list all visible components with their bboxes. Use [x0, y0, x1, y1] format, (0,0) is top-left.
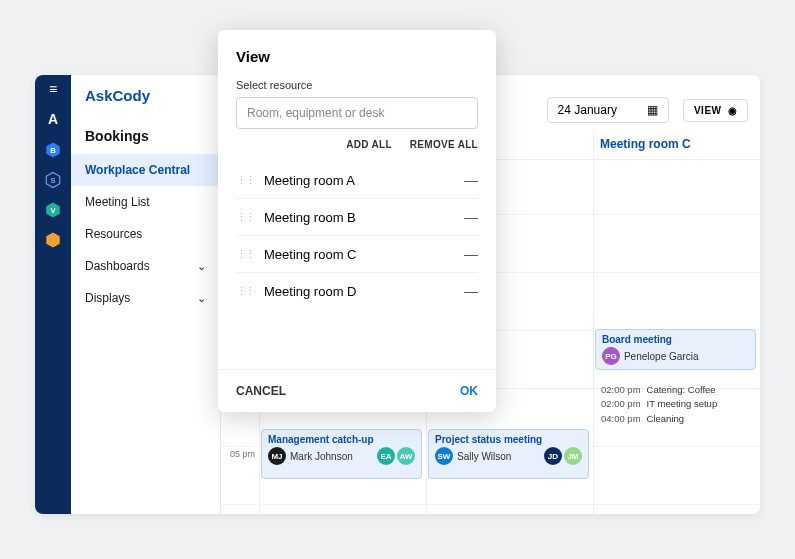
drag-handle-icon[interactable]: ⋮⋮ — [236, 285, 254, 298]
sidebar-item-meeting-list[interactable]: Meeting List — [71, 186, 220, 218]
resource-search-input[interactable]: Room, equipment or desk — [236, 97, 478, 129]
remove-item-button[interactable]: — — [464, 172, 478, 188]
avatar: SW — [435, 447, 453, 465]
svg-text:V: V — [50, 206, 55, 215]
service-label: Catering: Coffee — [647, 383, 716, 397]
resource-name: Meeting room D — [264, 284, 356, 299]
avatar: EA — [377, 447, 395, 465]
placeholder-text: Room, equipment or desk — [247, 106, 384, 120]
drag-handle-icon[interactable]: ⋮⋮ — [236, 174, 254, 187]
event-title: Board meeting — [602, 334, 749, 345]
view-modal: View Select resource Room, equipment or … — [218, 30, 496, 412]
avatar: AW — [397, 447, 415, 465]
service-time: 04:00 pm — [601, 412, 641, 426]
icon-rail: ≡ A B S V — [35, 75, 71, 514]
rail-services-icon[interactable]: S — [44, 171, 62, 189]
rail-other-icon[interactable] — [44, 231, 62, 249]
resource-list: ⋮⋮Meeting room A — ⋮⋮Meeting room B — ⋮⋮… — [218, 156, 496, 369]
list-item[interactable]: ⋮⋮Meeting room C — — [236, 236, 478, 273]
avatar: MJ — [268, 447, 286, 465]
event-project-status[interactable]: Project status meeting SW Sally Wilson J… — [428, 429, 589, 479]
svg-text:S: S — [50, 176, 55, 185]
event-organizer: Penelope Garcia — [624, 351, 699, 362]
sidebar-item-label: Resources — [85, 227, 142, 241]
section-title: Bookings — [71, 118, 220, 154]
list-item[interactable]: ⋮⋮Meeting room B — — [236, 199, 478, 236]
service-time: 02:00 pm — [601, 397, 641, 411]
list-item[interactable]: ⋮⋮Meeting room D — — [236, 273, 478, 309]
sidebar-item-label: Meeting List — [85, 195, 150, 209]
brand-label: AskCody — [71, 83, 220, 118]
event-management-catchup[interactable]: Management catch-up MJ Mark Johnson EA A… — [261, 429, 422, 479]
sidebar-item-dashboards[interactable]: Dashboards⌄ — [71, 250, 220, 282]
app-logo-icon[interactable]: A — [43, 109, 63, 129]
add-all-button[interactable]: ADD ALL — [346, 139, 392, 150]
date-label: 24 January — [558, 103, 617, 117]
sidebar-item-label: Workplace Central — [85, 163, 190, 177]
eye-icon: ◉ — [728, 105, 738, 116]
remove-item-button[interactable]: — — [464, 246, 478, 262]
modal-title: View — [218, 48, 496, 79]
remove-item-button[interactable]: — — [464, 209, 478, 225]
sidebar: AskCody Bookings Workplace Central Meeti… — [71, 75, 221, 514]
svg-marker-6 — [46, 233, 60, 248]
view-button[interactable]: VIEW ◉ — [683, 99, 748, 122]
view-button-label: VIEW — [694, 105, 722, 116]
cancel-button[interactable]: CANCEL — [236, 384, 286, 398]
event-organizer: Sally Wilson — [457, 451, 511, 462]
topbar: 24 January ▦ VIEW ◉ — [547, 97, 748, 123]
service-label: IT meeting setup — [647, 397, 718, 411]
event-title: Project status meeting — [435, 434, 582, 445]
rail-bookings-icon[interactable]: B — [44, 141, 62, 159]
remove-item-button[interactable]: — — [464, 283, 478, 299]
date-picker[interactable]: 24 January ▦ — [547, 97, 669, 123]
calendar-icon: ▦ — [647, 103, 658, 117]
resource-name: Meeting room B — [264, 210, 356, 225]
avatar: JM — [564, 447, 582, 465]
event-services-list: 02:00 pmCatering: Coffee 02:00 pmIT meet… — [595, 381, 756, 428]
sidebar-item-label: Dashboards — [85, 259, 150, 273]
remove-all-button[interactable]: REMOVE ALL — [410, 139, 478, 150]
ok-button[interactable]: OK — [460, 384, 478, 398]
chevron-down-icon: ⌄ — [197, 260, 206, 273]
column-header: Meeting room C — [593, 129, 760, 159]
sidebar-item-resources[interactable]: Resources — [71, 218, 220, 250]
sidebar-item-displays[interactable]: Displays⌄ — [71, 282, 220, 314]
list-item[interactable]: ⋮⋮Meeting room A — — [236, 162, 478, 199]
svg-text:B: B — [50, 146, 56, 155]
resource-name: Meeting room A — [264, 173, 355, 188]
event-board-meeting[interactable]: Board meeting PG Penelope Garcia — [595, 329, 756, 370]
event-organizer: Mark Johnson — [290, 451, 353, 462]
service-time: 02:00 pm — [601, 383, 641, 397]
chevron-down-icon: ⌄ — [197, 292, 206, 305]
avatar: PG — [602, 347, 620, 365]
time-label: 05 pm — [221, 447, 255, 505]
drag-handle-icon[interactable]: ⋮⋮ — [236, 248, 254, 261]
hamburger-icon[interactable]: ≡ — [49, 81, 57, 97]
modal-field-label: Select resource — [218, 79, 496, 97]
resource-name: Meeting room C — [264, 247, 356, 262]
service-label: Cleaning — [647, 412, 685, 426]
drag-handle-icon[interactable]: ⋮⋮ — [236, 211, 254, 224]
sidebar-item-label: Displays — [85, 291, 130, 305]
sidebar-item-workplace-central[interactable]: Workplace Central — [71, 154, 220, 186]
rail-visitors-icon[interactable]: V — [44, 201, 62, 219]
avatar: JD — [544, 447, 562, 465]
event-title: Management catch-up — [268, 434, 415, 445]
